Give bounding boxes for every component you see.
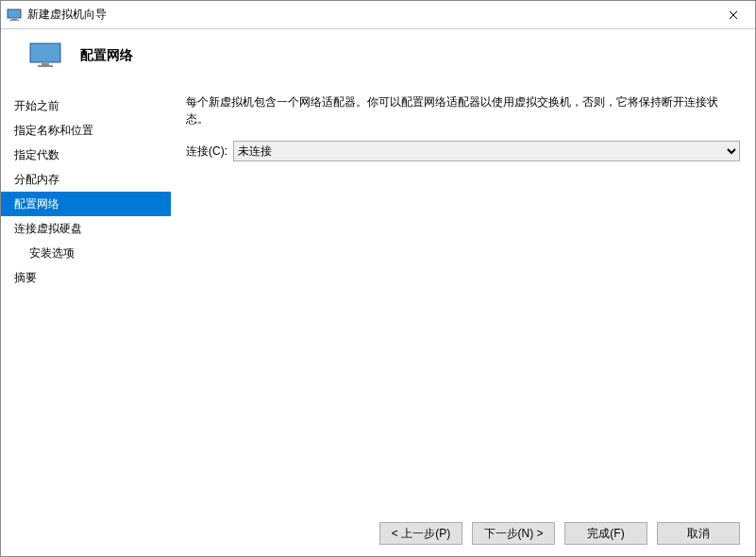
cancel-button[interactable]: 取消 <box>657 522 740 545</box>
close-button[interactable] <box>712 1 755 29</box>
connection-field: 连接(C): 未连接 <box>186 141 740 161</box>
content-description: 每个新虚拟机包含一个网络适配器。你可以配置网络适配器以使用虚拟交换机，否则，它将… <box>186 93 740 127</box>
sidebar-item-before-begin[interactable]: 开始之前 <box>1 93 171 118</box>
wizard-body: 开始之前 指定名称和位置 指定代数 分配内存 配置网络 连接虚拟硬盘 安装选项 … <box>1 86 755 511</box>
svg-rect-3 <box>9 20 19 21</box>
wizard-content: 每个新虚拟机包含一个网络适配器。你可以配置网络适配器以使用虚拟交换机，否则，它将… <box>171 86 755 511</box>
wizard-footer: < 上一步(P) 下一步(N) > 完成(F) 取消 <box>1 511 755 556</box>
page-title: 配置网络 <box>80 47 133 64</box>
next-button[interactable]: 下一步(N) > <box>472 522 555 545</box>
svg-rect-4 <box>30 43 60 62</box>
window-title: 新建虚拟机向导 <box>27 7 107 23</box>
connection-select[interactable]: 未连接 <box>233 141 740 161</box>
header-icon <box>29 42 61 69</box>
sidebar-item-install-options[interactable]: 安装选项 <box>1 241 171 265</box>
wizard-header: 配置网络 <box>1 29 755 86</box>
svg-rect-6 <box>42 63 49 65</box>
svg-rect-0 <box>8 9 21 18</box>
sidebar-item-name-location[interactable]: 指定名称和位置 <box>1 118 171 143</box>
sidebar-item-configure-network[interactable]: 配置网络 <box>1 192 171 216</box>
titlebar: 新建虚拟机向导 <box>1 1 755 29</box>
sidebar-item-generation[interactable]: 指定代数 <box>1 143 171 167</box>
back-button[interactable]: < 上一步(P) <box>379 522 462 545</box>
wizard-window: 新建虚拟机向导 配置网络 开始之前 指定名称和位置 指定代数 分配内存 配置网络… <box>0 0 756 557</box>
finish-button[interactable]: 完成(F) <box>564 522 647 545</box>
title-left: 新建虚拟机向导 <box>7 7 107 23</box>
app-icon <box>7 8 22 23</box>
wizard-sidebar: 开始之前 指定名称和位置 指定代数 分配内存 配置网络 连接虚拟硬盘 安装选项 … <box>1 86 171 511</box>
sidebar-item-summary[interactable]: 摘要 <box>1 265 171 290</box>
sidebar-item-assign-memory[interactable]: 分配内存 <box>1 167 171 192</box>
close-icon <box>729 10 738 20</box>
sidebar-item-connect-vhd[interactable]: 连接虚拟硬盘 <box>1 216 171 241</box>
svg-rect-7 <box>38 65 53 67</box>
connection-label: 连接(C): <box>186 143 227 160</box>
svg-rect-2 <box>11 19 17 20</box>
